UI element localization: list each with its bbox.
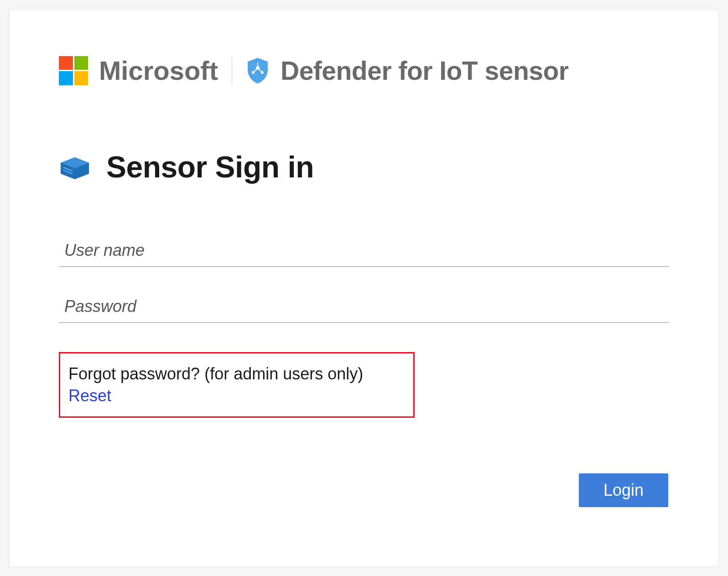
signin-card: Microsoft Defender for IoT sensor [9,9,719,567]
product-text: Defender for IoT sensor [281,56,568,86]
login-button[interactable]: Login [579,473,668,507]
shield-icon [246,57,270,84]
forgot-password-box: Forgot password? (for admin users only) … [59,352,415,418]
brand-text: Microsoft [99,55,218,86]
header: Microsoft Defender for IoT sensor [59,55,669,86]
title-row: Sensor Sign in [59,150,669,184]
sensor-device-icon [59,154,91,180]
signin-form [59,234,669,323]
forgot-password-text: Forgot password? (for admin users only) [68,364,405,384]
password-input[interactable] [59,291,669,323]
reset-link[interactable]: Reset [68,386,111,405]
page-title: Sensor Sign in [106,150,314,184]
header-divider [232,57,232,85]
microsoft-logo-icon [59,56,88,85]
username-input[interactable] [59,234,669,267]
